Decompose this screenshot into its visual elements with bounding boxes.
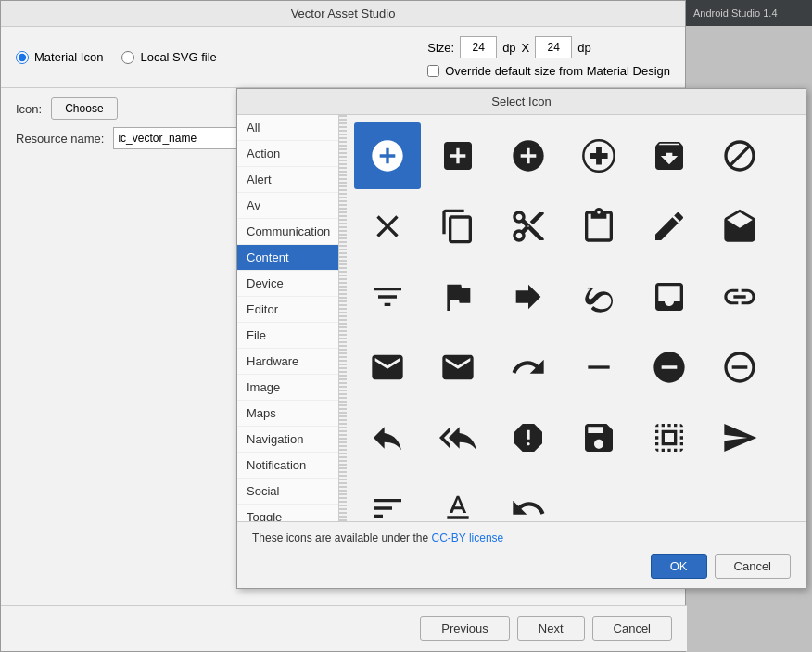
icon-sort[interactable] xyxy=(354,475,421,521)
icon-source-group: Material Icon Local SVG file xyxy=(16,50,217,64)
local-svg-radio[interactable] xyxy=(121,51,134,64)
icon-remove-circle[interactable] xyxy=(636,334,703,401)
category-av[interactable]: Av xyxy=(237,193,338,219)
icon-drafts[interactable] xyxy=(706,193,773,260)
override-size-row: Override default size from Material Desi… xyxy=(427,64,670,78)
license-link[interactable]: CC-BY license xyxy=(431,531,503,544)
dp-label-w: dp xyxy=(502,41,515,55)
icon-archive[interactable] xyxy=(636,122,703,189)
next-button[interactable]: Next xyxy=(517,616,585,641)
icon-remove-circle-outline[interactable] xyxy=(706,334,773,401)
icon-remove[interactable] xyxy=(565,334,632,401)
local-svg-label: Local SVG file xyxy=(140,50,216,64)
x-label: X xyxy=(522,41,530,55)
category-file[interactable]: File xyxy=(237,323,338,349)
previous-button[interactable]: Previous xyxy=(420,616,510,641)
panel-divider[interactable] xyxy=(339,115,347,521)
window-title: Vector Asset Studio xyxy=(291,6,396,20)
icon-block[interactable] xyxy=(706,122,773,189)
dialog-title-text: Select Icon xyxy=(491,95,551,109)
category-content[interactable]: Content xyxy=(237,245,338,271)
icon-content-cut[interactable] xyxy=(495,193,562,260)
icon-report[interactable] xyxy=(495,404,562,471)
size-width-input[interactable] xyxy=(460,36,497,58)
icon-add-box[interactable] xyxy=(425,122,491,189)
android-studio-label: Android Studio 1.4 xyxy=(693,7,778,19)
category-image[interactable]: Image xyxy=(237,375,338,401)
bottom-nav: Previous Next Cancel xyxy=(1,605,687,651)
icon-flag[interactable] xyxy=(425,263,491,330)
icon-field-label: Icon: xyxy=(16,102,42,116)
cancel-button-dialog[interactable]: Cancel xyxy=(715,554,791,579)
icons-area xyxy=(347,115,806,521)
icon-mail[interactable] xyxy=(354,334,421,401)
icon-clear[interactable] xyxy=(354,193,421,260)
ok-button[interactable]: OK xyxy=(651,554,707,579)
category-editor[interactable]: Editor xyxy=(237,297,338,323)
icons-grid xyxy=(354,122,798,521)
icon-inbox[interactable] xyxy=(636,263,703,330)
local-svg-option[interactable]: Local SVG file xyxy=(121,50,216,64)
icon-redo[interactable] xyxy=(495,334,562,401)
size-label: Size: xyxy=(427,41,454,55)
category-social[interactable]: Social xyxy=(237,479,338,505)
cancel-button-main[interactable]: Cancel xyxy=(592,616,672,641)
category-notification[interactable]: Notification xyxy=(237,453,338,479)
category-navigation[interactable]: Navigation xyxy=(237,427,338,453)
icon-text-format[interactable] xyxy=(425,475,491,521)
license-text-row: These icons are available under the CC-B… xyxy=(252,531,791,544)
choose-button[interactable]: Choose xyxy=(51,97,117,120)
category-action[interactable]: Action xyxy=(237,141,338,167)
category-communication[interactable]: Communication xyxy=(237,219,338,245)
category-all[interactable]: All xyxy=(237,115,338,141)
dialog-footer: These icons are available under the CC-B… xyxy=(237,521,806,588)
license-prefix: These icons are available under the xyxy=(252,531,428,544)
dialog-body: All Action Alert Av Communication Conten… xyxy=(237,115,806,521)
size-height-input[interactable] xyxy=(535,36,572,58)
material-icon-option[interactable]: Material Icon xyxy=(16,50,103,64)
icon-select-all[interactable] xyxy=(636,404,703,471)
category-toggle[interactable]: Toggle xyxy=(237,505,338,521)
window-title-bar: Vector Asset Studio xyxy=(1,1,685,27)
resource-name-label: Resource name: xyxy=(16,132,104,146)
category-device[interactable]: Device xyxy=(237,271,338,297)
icon-reply[interactable] xyxy=(354,404,421,471)
icon-markunread[interactable] xyxy=(425,334,491,401)
icon-filter-list[interactable] xyxy=(354,263,421,330)
icon-add-circle-thin[interactable] xyxy=(565,122,632,189)
icon-add-circle[interactable] xyxy=(495,122,562,189)
dialog-buttons: OK Cancel xyxy=(252,554,791,579)
icon-gesture[interactable] xyxy=(565,263,632,330)
category-alert[interactable]: Alert xyxy=(237,167,338,193)
select-icon-dialog: Select Icon All Action Alert Av Communic… xyxy=(236,88,806,589)
dialog-title: Select Icon xyxy=(237,89,806,115)
icon-undo[interactable] xyxy=(495,475,562,521)
icon-content-copy[interactable] xyxy=(425,193,491,260)
icon-forward[interactable] xyxy=(495,263,562,330)
override-size-label: Override default size from Material Desi… xyxy=(445,64,670,78)
category-hardware[interactable]: Hardware xyxy=(237,349,338,375)
dp-label-h: dp xyxy=(577,41,590,55)
android-studio-bar: Android Studio 1.4 xyxy=(686,0,812,26)
icon-save[interactable] xyxy=(565,404,632,471)
icon-send[interactable] xyxy=(706,404,773,471)
icon-create[interactable] xyxy=(636,193,703,260)
icon-link[interactable] xyxy=(706,263,773,330)
material-icon-label: Material Icon xyxy=(34,50,103,64)
override-size-checkbox[interactable] xyxy=(427,65,439,77)
icon-add-circle-outline[interactable] xyxy=(354,122,421,189)
material-icon-radio[interactable] xyxy=(16,51,29,64)
icon-reply-all[interactable] xyxy=(425,404,491,471)
category-list[interactable]: All Action Alert Av Communication Conten… xyxy=(237,115,339,521)
icon-clipboard[interactable] xyxy=(565,193,632,260)
category-maps[interactable]: Maps xyxy=(237,401,338,427)
